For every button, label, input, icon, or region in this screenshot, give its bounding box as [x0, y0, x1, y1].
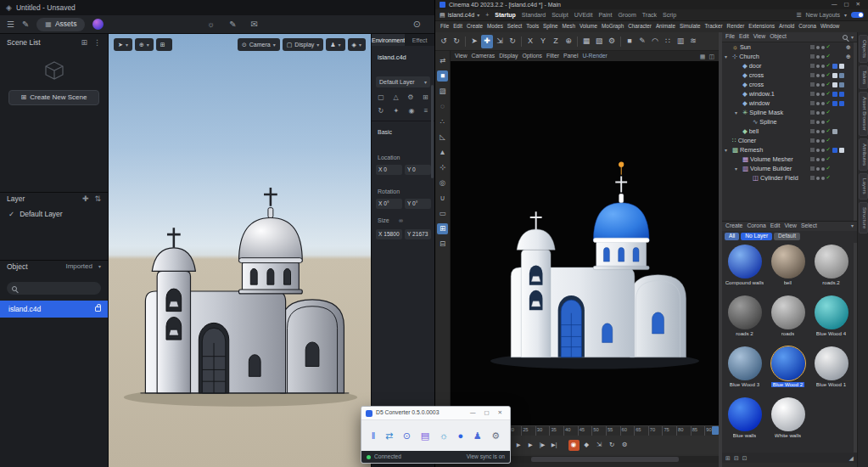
keyframe-position-button[interactable]: ◆: [581, 440, 592, 451]
object-row[interactable]: ▾ ⊹ Church ✓ ⊕: [722, 52, 854, 61]
create-new-scene-button[interactable]: ⊞ Create New Scene: [8, 90, 99, 105]
panel-tab[interactable]: Asset Browser: [859, 92, 868, 136]
material-item[interactable]: roads: [766, 294, 809, 345]
editor-visibility-dot[interactable]: [816, 55, 820, 59]
enabled-check-icon[interactable]: ✓: [826, 110, 831, 115]
timeline-tick[interactable]: 30: [535, 426, 550, 436]
c4d-viewport[interactable]: [451, 61, 719, 425]
redo-icon[interactable]: ↻: [451, 35, 462, 48]
sync-layer-icon[interactable]: ⇅: [94, 195, 101, 203]
layout-tab[interactable]: Startup: [495, 12, 516, 18]
object-name[interactable]: Volume Mesher: [750, 156, 808, 162]
keyframe-rotation-button[interactable]: ↻: [607, 440, 618, 451]
material-sync-button[interactable]: ●: [457, 431, 463, 441]
material-filter-chip[interactable]: Default: [774, 233, 800, 241]
link-icon[interactable]: ∞: [399, 217, 403, 223]
mat-small-view-icon[interactable]: ⊡: [742, 455, 748, 461]
viewport-menu-item[interactable]: Filter: [546, 53, 559, 59]
menu-item[interactable]: Mesh: [562, 24, 576, 29]
menu-item[interactable]: Character: [627, 24, 652, 29]
material-item[interactable]: Blue walls: [723, 396, 766, 447]
texture-tag[interactable]: [832, 129, 837, 134]
texture-tag[interactable]: [839, 120, 844, 125]
mat-list-view-icon[interactable]: ⊟: [734, 455, 739, 461]
editor-visibility-dot[interactable]: [816, 139, 820, 143]
material-sphere[interactable]: [815, 295, 848, 329]
layer-square[interactable]: [810, 82, 815, 87]
layer-square[interactable]: [810, 129, 815, 133]
rotate-tool-icon[interactable]: ↻: [507, 35, 518, 48]
object-name[interactable]: Sun: [740, 44, 809, 50]
enabled-check-icon[interactable]: ✓: [826, 166, 831, 172]
add-document-button[interactable]: +: [485, 12, 489, 18]
object-name[interactable]: Church: [739, 53, 808, 59]
enabled-check-icon[interactable]: ✓: [826, 175, 831, 181]
texture-tag[interactable]: [839, 92, 844, 97]
timeline-tick[interactable]: 65: [634, 426, 648, 436]
enabled-check-icon[interactable]: ✓: [826, 91, 831, 97]
texture-tag[interactable]: [832, 138, 837, 143]
texture-tag[interactable]: [839, 138, 844, 143]
object-name[interactable]: window.1: [749, 91, 809, 97]
texture-tag[interactable]: [839, 176, 844, 181]
layer-square[interactable]: [810, 166, 815, 171]
material-menu-item[interactable]: Corona: [747, 223, 765, 229]
texture-tag[interactable]: [839, 101, 844, 106]
axis-mode-icon[interactable]: ⊹: [437, 162, 448, 173]
editor-visibility-dot[interactable]: [816, 177, 820, 180]
undo-icon[interactable]: ↺: [438, 35, 450, 48]
minimize-button[interactable]: —: [467, 410, 479, 416]
editor-visibility-dot[interactable]: [816, 121, 820, 124]
z-axis-button[interactable]: Z: [550, 35, 562, 48]
texture-tag[interactable]: [832, 110, 837, 115]
object-row[interactable]: ◆ cross ✓: [722, 70, 854, 80]
timeline-tick[interactable]: 80: [676, 426, 691, 436]
render-visibility-dot[interactable]: [821, 167, 825, 171]
material-item[interactable]: Blue Wood 2: [766, 345, 809, 396]
material-filter-chip[interactable]: All: [725, 233, 739, 241]
layouts-menu-icon[interactable]: ☰: [796, 12, 801, 18]
select-tool-dropdown[interactable]: ➤ ▾: [114, 38, 132, 51]
layout-tab[interactable]: UVEdit: [574, 12, 593, 18]
texture-tag[interactable]: [832, 45, 837, 50]
enabled-check-icon[interactable]: ✓: [826, 63, 831, 69]
editor-visibility-dot[interactable]: [816, 65, 820, 68]
render-visibility-dot[interactable]: [821, 121, 825, 124]
render-visibility-dot[interactable]: [821, 139, 825, 143]
panel-tab[interactable]: Attributes: [859, 138, 868, 171]
material-menu-item[interactable]: Select: [801, 223, 817, 229]
object-name[interactable]: door: [749, 63, 809, 69]
editor-visibility-dot[interactable]: [816, 74, 820, 77]
menu-item[interactable]: Corona: [798, 24, 817, 29]
chevron-down-icon[interactable]: ▾: [851, 223, 854, 228]
object-row[interactable]: ◆ window.1 ✓: [722, 89, 854, 98]
editor-visibility-dot[interactable]: [816, 158, 820, 161]
layer-square[interactable]: [810, 138, 815, 143]
document-tab[interactable]: ▤ island.c4d ▾: [440, 12, 479, 18]
light-sync-button[interactable]: ☼: [440, 431, 448, 441]
texture-tag[interactable]: [832, 54, 837, 59]
separator[interactable]: [463, 35, 468, 48]
timeline-tick[interactable]: 55: [606, 426, 620, 436]
material-item[interactable]: roads.2: [809, 243, 853, 294]
render-visibility-dot[interactable]: [821, 74, 825, 77]
object-row[interactable]: ▾ ▩ Remesh ✓: [722, 145, 854, 155]
render-visibility-dot[interactable]: [821, 102, 825, 105]
render-view-icon[interactable]: ▦: [580, 35, 592, 48]
d5-viewport-church[interactable]: [115, 160, 366, 423]
om-menu-item[interactable]: Object: [770, 34, 787, 40]
object-row[interactable]: ◆ door ✓: [722, 61, 854, 70]
camera-button[interactable]: ⊙ Camera ▾: [238, 38, 280, 51]
display-button[interactable]: ▢ Display ▾: [283, 38, 324, 51]
size-field[interactable]: Y 21673: [405, 229, 431, 239]
menu-item[interactable]: Select: [507, 24, 524, 29]
scene-grid-icon[interactable]: ⊞: [81, 39, 87, 47]
material-item[interactable]: Compound walls: [723, 243, 766, 294]
brush-icon[interactable]: ✎: [229, 20, 236, 29]
c4d-viewport-church[interactable]: [484, 131, 705, 404]
timeline-tick[interactable]: 45: [578, 426, 592, 436]
asset-card-button[interactable]: ▤: [421, 431, 429, 441]
edit-icon[interactable]: ✎: [22, 20, 29, 29]
om-menu-item[interactable]: Edit: [739, 34, 749, 40]
resize-handle[interactable]: ◢: [849, 455, 854, 461]
